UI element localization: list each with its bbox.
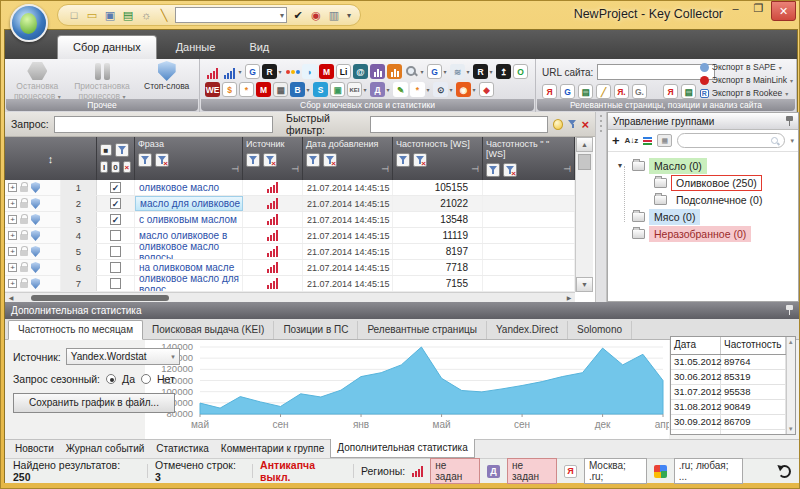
direct-region-value[interactable]: не задан [507, 458, 557, 484]
sort-az-icon[interactable]: A↓z [625, 136, 639, 145]
column-filter-icon[interactable] [246, 153, 260, 167]
tree-item[interactable]: Неразобранное (0) [608, 225, 798, 242]
dropdown-caret-icon[interactable]: ▾ [362, 86, 368, 93]
bottom-tab-4[interactable]: Комментарии к группе [215, 440, 330, 458]
column-filter-icon[interactable]: × [413, 153, 427, 167]
column-title[interactable]: Частотность [WS] [396, 139, 479, 149]
filter-icon[interactable] [568, 120, 576, 129]
scroll-up-icon[interactable]: ▲ [576, 137, 593, 152]
phrase-cell[interactable]: оливковое масло волосы [135, 244, 243, 259]
bottom-tab-2[interactable]: Журнал событий [60, 440, 151, 458]
row-checkbox[interactable] [110, 262, 121, 273]
close-button[interactable]: ✕ [771, 1, 796, 21]
row-checkbox[interactable]: ✓ [110, 214, 121, 225]
dropdown-caret-icon[interactable]: ▾ [488, 68, 494, 75]
stats-tab-2[interactable]: Поисковая выдача (KEI) [143, 321, 274, 339]
spy-icon[interactable]: ⊙ [433, 82, 448, 97]
anticaptcha-icon[interactable]: ◉ [309, 8, 323, 22]
expand-icon[interactable]: + [8, 215, 17, 224]
export-link-sape[interactable]: Экспорт в SAPE▾ [700, 62, 793, 72]
column-title[interactable]: Фраза [138, 139, 239, 149]
clear-selection-icon[interactable]: × [123, 161, 131, 173]
qat-combobox[interactable]: ▾ [175, 7, 287, 23]
column-filter-icon[interactable]: × [323, 153, 337, 167]
quick-filter-input[interactable] [370, 116, 548, 133]
excel-positions-icon[interactable]: ▤ [681, 84, 696, 99]
stopwords-button[interactable]: Стоп-слова [134, 59, 199, 99]
table-row[interactable]: +6на оливковом масле21.07.2014 14:45:157… [5, 260, 575, 276]
hscroll-thumb[interactable] [31, 295, 169, 301]
google-pages-icon[interactable]: G [560, 84, 575, 99]
ribbon-tab-1[interactable]: Сбор данных [57, 35, 157, 59]
expand-icon[interactable]: + [8, 199, 17, 208]
pictures-icon[interactable]: ▣ [330, 82, 345, 97]
ribbon-tab-3[interactable]: Вид [234, 36, 284, 59]
expander-icon[interactable]: ▾ [618, 161, 622, 170]
dropdown-caret-icon[interactable]: ▾ [385, 86, 391, 93]
export-icon[interactable]: ▤ [121, 8, 135, 22]
stats-tab-3[interactable]: Позиции в ПС [274, 321, 358, 339]
dropdown-caret-icon[interactable]: ▾ [277, 68, 283, 75]
column-filter-icon[interactable] [115, 143, 129, 157]
horizontal-scrollbar[interactable]: ◀ ▶ [5, 292, 575, 302]
row-checkbox[interactable] [110, 246, 121, 257]
calculator-icon[interactable]: ▦ [273, 82, 288, 97]
anticaptcha-status[interactable]: Антикапча выкл. [260, 459, 346, 483]
tree-item[interactable]: Оливковое (250) [608, 174, 798, 191]
stats-tab-4[interactable]: Релевантные страницы [358, 321, 487, 339]
scroll-down-icon[interactable]: ▼ [788, 426, 794, 432]
google-stats-icon[interactable]: G [427, 64, 442, 79]
column-title[interactable]: Частотность " " [WS] [486, 139, 571, 159]
yandex-positions-icon[interactable]: Я [663, 84, 678, 99]
pin-column-icon[interactable]: ⊣ [471, 164, 479, 174]
phrase-cell[interactable]: оливковое масло для волос [135, 276, 243, 291]
stats-tab-6[interactable]: Solomono [568, 321, 632, 339]
tree-item[interactable]: ▾Масло (0) [608, 157, 798, 174]
frequency-table-scrollbar[interactable]: ▲▼ [786, 337, 796, 434]
google-region-value[interactable]: .ru; любая; ... [674, 458, 743, 484]
dropdown-caret-icon[interactable]: ▾ [237, 68, 243, 75]
group-search-input[interactable] [677, 133, 785, 148]
column-filter-icon[interactable] [396, 153, 410, 167]
table-row[interactable]: +3✓с оливковым маслом21.07.2014 14:45:15… [5, 212, 575, 228]
tree-item[interactable]: Мясо (0) [608, 208, 798, 225]
megaindex-icon[interactable]: * [239, 82, 254, 97]
table-row[interactable]: +4масло оливковое в21.07.2014 14:45:1511… [5, 228, 575, 244]
sort-order-icon[interactable]: ↕ [48, 153, 54, 165]
hand-collect-icon[interactable]: * [410, 82, 425, 97]
export-link-rookee[interactable]: RЭкспорт в Rookee▾ [700, 88, 793, 98]
yandex-region-value[interactable]: Москва; .ru; [584, 458, 647, 484]
table-row[interactable]: +7оливковое масло для волос21.07.2014 14… [5, 276, 575, 292]
expand-icon[interactable]: + [8, 247, 17, 256]
pin-icon[interactable] [786, 305, 793, 316]
hint-bulb-icon[interactable] [553, 119, 563, 130]
bottom-tab-5[interactable]: Дополнительная статистика [330, 439, 474, 458]
report-icon[interactable]: ▥ [327, 8, 341, 22]
dropdown-caret-icon[interactable]: ▾ [442, 68, 448, 75]
column-filter-icon[interactable] [138, 153, 152, 167]
app-logo-icon[interactable] [10, 4, 48, 42]
invert-selection-icon[interactable]: I [100, 161, 108, 173]
pin-icon[interactable] [786, 116, 793, 127]
toolbar-options-icon[interactable]: ▾ [347, 11, 351, 20]
scroll-right-icon[interactable]: ▶ [563, 294, 575, 301]
phrase-cell[interactable]: оливковое масло [135, 180, 243, 195]
stats-orange-icon[interactable] [387, 64, 402, 79]
mail-metrics-icon[interactable]: M [319, 64, 334, 79]
table-row[interactable]: +1✓оливковое масло21.07.2014 14:45:15105… [5, 180, 575, 196]
pin-column-icon[interactable]: ⊣ [381, 164, 389, 174]
kei-icon[interactable]: KEI [347, 82, 362, 97]
phrase-cell[interactable]: масло оливковое в [135, 228, 243, 243]
pin-column-icon[interactable]: ⊣ [231, 164, 239, 174]
seopult-icon[interactable]: O [513, 64, 528, 79]
tree-item[interactable]: Подсолнечное (0) [608, 191, 798, 208]
pin-column-icon[interactable]: ⊣ [291, 164, 299, 174]
phrase-cell[interactable]: масло для оливковое [135, 196, 243, 211]
stats-purple-icon[interactable] [370, 64, 385, 79]
column-filter-icon[interactable]: × [155, 153, 169, 167]
bottom-tab-3[interactable]: Статистика [150, 440, 215, 458]
pause-processes-button[interactable]: Приостановка процессов ▾ [70, 59, 135, 99]
vk-icon[interactable]: B [290, 82, 305, 97]
alexa-icon[interactable]: @ [353, 64, 368, 79]
chevron-down-icon[interactable]: ▾ [790, 137, 794, 145]
